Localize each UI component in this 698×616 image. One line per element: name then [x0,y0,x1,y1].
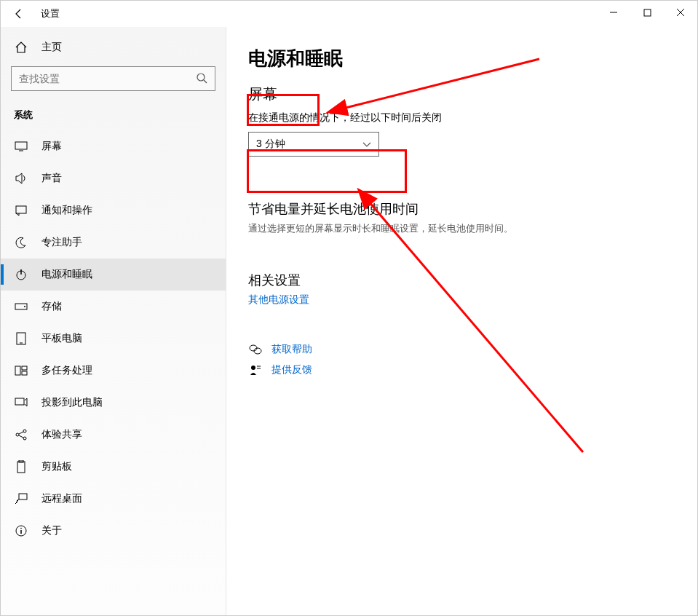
svg-rect-14 [22,366,27,370]
sidebar-item-label: 通知和操作 [41,204,92,217]
svg-rect-22 [17,462,25,473]
svg-line-20 [19,432,23,434]
sidebar-item-shared[interactable]: 体验共享 [1,419,226,451]
get-help-row[interactable]: 获取帮助 [248,343,683,356]
sidebar-item-label: 电源和睡眠 [41,268,92,281]
content-area: 电源和睡眠 屏幕 在接通电源的情况下，经过以下时间后关闭 3 分钟 节省电量并延… [226,27,697,615]
svg-rect-24 [19,494,27,499]
sidebar-item-label: 多任务处理 [41,364,92,377]
tablet-icon [14,331,28,346]
screen-desc: 在接通电源的情况下，经过以下时间后关闭 [248,111,683,125]
sidebar-item-label: 剪贴板 [41,460,72,473]
sidebar-item-label: 平板电脑 [41,332,82,345]
svg-point-10 [24,306,25,307]
share-icon [14,427,28,442]
svg-rect-1 [644,9,651,16]
svg-rect-6 [16,206,26,213]
svg-point-27 [20,528,22,529]
save-power-desc: 通过选择更短的屏幕显示时长和睡眠设置，延长电池使用时间。 [248,222,683,235]
sidebar-item-label: 专注助手 [41,236,82,249]
info-icon [14,524,28,538]
svg-point-19 [23,437,26,440]
sidebar-section-title: 系统 [1,95,226,127]
chevron-down-icon [362,138,371,150]
sidebar-item-focus[interactable]: 专注助手 [1,226,226,258]
screen-heading: 屏幕 [248,84,683,104]
svg-point-17 [16,433,19,436]
svg-rect-13 [15,366,20,375]
sidebar-item-projecting[interactable]: 投影到此电脑 [1,387,226,419]
screen-timeout-dropdown[interactable]: 3 分钟 [248,132,379,157]
sidebar-item-tablet[interactable]: 平板电脑 [1,323,226,355]
svg-rect-15 [22,371,27,375]
maximize-button[interactable] [630,1,664,24]
sidebar-item-label: 声音 [41,172,62,185]
page-title: 电源和睡眠 [248,46,683,71]
home-icon [14,40,28,55]
search-field[interactable] [19,73,196,84]
svg-point-2 [197,74,205,81]
sidebar-item-display[interactable]: 屏幕 [1,130,226,162]
sidebar-item-storage[interactable]: 存储 [1,291,226,323]
sidebar-home[interactable]: 主页 [1,34,226,60]
dropdown-value: 3 分钟 [256,138,285,151]
remote-icon [14,491,28,506]
svg-rect-4 [15,142,27,149]
minimize-button[interactable] [597,1,630,24]
related-heading: 相关设置 [248,272,683,289]
sidebar-item-label: 关于 [41,524,62,537]
svg-rect-16 [15,398,24,405]
feedback-icon [248,364,263,376]
sidebar-item-sound[interactable]: 声音 [1,162,226,194]
window-title: 设置 [41,7,60,20]
multitask-icon [14,363,28,378]
feedback-link[interactable]: 提供反馈 [271,363,312,376]
sidebar: 主页 系统 屏幕 声音 [1,27,226,615]
storage-icon [14,299,28,314]
svg-line-3 [204,80,207,83]
get-help-link[interactable]: 获取帮助 [271,343,312,356]
svg-point-30 [251,366,255,370]
sidebar-nav: 屏幕 声音 通知和操作 专注助手 [1,130,226,547]
clipboard-icon [14,459,28,474]
sidebar-item-clipboard[interactable]: 剪贴板 [1,451,226,483]
sidebar-item-multitask[interactable]: 多任务处理 [1,355,226,387]
search-input[interactable] [11,66,215,91]
display-icon [14,139,28,154]
sidebar-item-label: 屏幕 [41,140,62,153]
help-icon [248,344,263,355]
moon-icon [14,235,28,250]
svg-point-18 [23,430,26,433]
sidebar-item-notifications[interactable]: 通知和操作 [1,194,226,226]
sound-icon [14,171,28,186]
sidebar-item-power[interactable]: 电源和睡眠 [1,258,226,291]
svg-line-21 [19,435,23,438]
sidebar-item-label: 投影到此电脑 [41,396,103,409]
sidebar-item-label: 存储 [41,300,62,313]
close-button[interactable] [664,1,697,24]
sidebar-item-about[interactable]: 关于 [1,515,226,547]
save-power-heading: 节省电量并延长电池使用时间 [248,200,683,218]
sidebar-item-label: 体验共享 [41,428,82,441]
feedback-row[interactable]: 提供反馈 [248,363,683,376]
sidebar-home-label: 主页 [41,41,62,54]
related-link[interactable]: 其他电源设置 [248,293,683,307]
notification-icon [14,203,28,218]
sidebar-item-label: 远程桌面 [41,492,82,505]
sidebar-item-remote[interactable]: 远程桌面 [1,483,226,515]
back-button[interactable] [8,3,30,25]
power-icon [14,267,28,282]
search-icon [196,72,207,86]
project-icon [14,395,28,410]
